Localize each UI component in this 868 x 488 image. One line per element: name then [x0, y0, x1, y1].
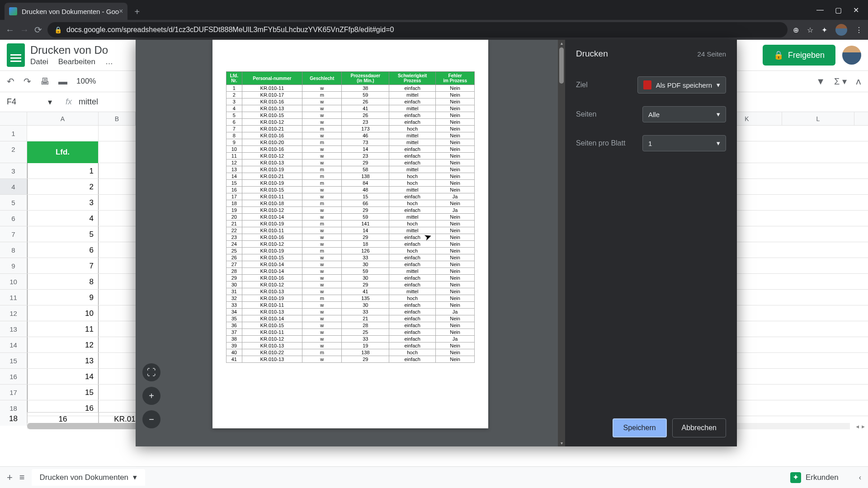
col-header-b[interactable]: B — [99, 112, 136, 125]
preview-table: Lfd.Nr.Personal-nummerGeschlechtProzessd… — [226, 71, 475, 363]
document-title[interactable]: Drucken von Do — [30, 44, 113, 56]
menu-more: … — [105, 57, 113, 66]
cell[interactable] — [27, 126, 99, 141]
close-tab-icon[interactable]: × — [119, 7, 123, 15]
pages-per-sheet-select[interactable]: 1 ▾ — [642, 135, 726, 151]
cell[interactable]: 7 — [27, 258, 99, 273]
add-sheet-button[interactable]: + — [7, 472, 13, 483]
row-header[interactable]: 5 — [0, 195, 27, 210]
col-header-a[interactable]: A — [27, 112, 99, 125]
undo-icon[interactable]: ↶ — [7, 76, 14, 87]
preview-scrollbar[interactable]: ▴ ▾ — [558, 40, 565, 446]
row-header[interactable]: 16 — [0, 369, 27, 384]
row-header[interactable]: 6 — [0, 211, 27, 226]
cell[interactable]: 12 — [27, 337, 99, 352]
row-header[interactable]: 11 — [0, 290, 27, 305]
row-header[interactable]: 1 — [0, 126, 27, 141]
close-window-icon[interactable]: ✕ — [853, 6, 859, 14]
cell[interactable]: Lfd. — [27, 141, 99, 163]
maximize-icon[interactable]: ▢ — [835, 6, 842, 14]
minimize-icon[interactable]: — — [816, 6, 824, 14]
print-icon[interactable]: 🖶 — [40, 76, 49, 87]
row-header[interactable]: 12 — [0, 305, 27, 321]
extensions-icon[interactable]: ✦ — [821, 26, 827, 34]
sheet-tabs-bar: + ≡ Drucken von Dokumenten ▾ ✦ Erkunden … — [0, 466, 868, 488]
lock-icon: 🔒 — [774, 50, 783, 60]
cell[interactable]: 10 — [27, 305, 99, 321]
scroll-right-icon[interactable]: ► — [861, 424, 866, 429]
new-tab-button[interactable]: + — [134, 7, 140, 17]
save-button[interactable]: Speichern — [613, 418, 667, 437]
row-header[interactable]: 2 — [0, 141, 27, 163]
forward-icon: → — [20, 25, 29, 35]
cell[interactable]: 11 — [27, 321, 99, 337]
row-header[interactable]: 7 — [0, 226, 27, 242]
profile-avatar-icon[interactable] — [835, 24, 847, 36]
reload-icon[interactable]: ⟳ — [34, 24, 42, 35]
browser-tab[interactable]: Drucken von Dokumenten - Goo × — [5, 3, 127, 20]
cell[interactable]: 6 — [27, 242, 99, 258]
sidebar-toggle-icon[interactable]: ‹ — [859, 474, 861, 482]
lock-icon: 🔒 — [54, 26, 62, 33]
cell[interactable]: 9 — [27, 290, 99, 305]
pages-select[interactable]: Alle ▾ — [642, 106, 726, 122]
formula-bar[interactable]: mittel — [79, 97, 98, 107]
url-text: docs.google.com/spreadsheets/d/1cz3cDUFS… — [66, 26, 394, 34]
menu-file[interactable]: Datei — [30, 57, 48, 66]
redo-icon[interactable]: ↷ — [24, 76, 31, 87]
menu-edit[interactable]: Bearbeiten — [58, 57, 95, 66]
row-header[interactable]: 10 — [0, 274, 27, 289]
row-header[interactable]: 15 — [0, 353, 27, 368]
name-box[interactable]: F4▾ — [0, 97, 59, 107]
collapse-icon[interactable]: ʌ — [856, 76, 861, 87]
destination-select[interactable]: Als PDF speichern ▾ — [637, 76, 726, 94]
row-header[interactable]: 8 — [0, 242, 27, 258]
explore-icon: ✦ — [790, 472, 801, 483]
sheets-logo-icon[interactable] — [7, 43, 25, 67]
paint-format-icon[interactable]: ▬ — [58, 76, 67, 87]
cell[interactable]: 4 — [27, 211, 99, 226]
pdf-icon — [643, 80, 651, 89]
cell[interactable]: 5 — [27, 226, 99, 242]
cell[interactable]: 3 — [27, 195, 99, 210]
fx-icon: fx — [59, 97, 79, 107]
cell[interactable]: 14 — [27, 369, 99, 384]
cell[interactable]: 2 — [27, 179, 99, 194]
col-header-l[interactable]: L — [782, 112, 854, 125]
filter-icon[interactable]: ▼ — [816, 76, 825, 87]
select-all-corner[interactable] — [0, 112, 27, 125]
all-sheets-icon[interactable]: ≡ — [19, 472, 25, 483]
row-header[interactable]: 9 — [0, 258, 27, 273]
functions-icon[interactable]: Σ ▾ — [834, 76, 847, 87]
scroll-left-icon[interactable]: ◄ — [855, 424, 860, 429]
cell[interactable]: 1 — [27, 163, 99, 178]
row-header[interactable]: 14 — [0, 337, 27, 352]
cell[interactable]: 8 — [27, 274, 99, 289]
chevron-down-icon[interactable]: ▾ — [133, 473, 137, 482]
star-icon[interactable]: ☆ — [807, 26, 813, 34]
sheet-tab[interactable]: Drucken von Dokumenten ▾ — [32, 469, 146, 486]
url-input[interactable]: 🔒 docs.google.com/spreadsheets/d/1cz3cDU… — [47, 22, 788, 38]
row-header[interactable]: 17 — [0, 385, 27, 400]
zoom-icon[interactable]: ⊕ — [793, 26, 799, 34]
menu-icon[interactable]: ⋮ — [855, 26, 863, 34]
user-avatar-icon[interactable] — [842, 46, 861, 65]
pages-per-sheet-label: Seiten pro Blatt — [576, 139, 625, 147]
cell[interactable]: 15 — [27, 385, 99, 400]
scroll-up-icon[interactable]: ▴ — [558, 40, 565, 47]
row-header[interactable]: 13 — [0, 321, 27, 337]
zoom-out-icon[interactable]: − — [142, 410, 160, 428]
scroll-down-icon[interactable]: ▾ — [558, 440, 565, 446]
share-button[interactable]: 🔒 Freigeben — [763, 45, 835, 66]
cancel-button[interactable]: Abbrechen — [672, 418, 726, 437]
row-header[interactable]: 4 — [0, 179, 27, 194]
zoom-level[interactable]: 100% — [76, 77, 96, 86]
chevron-down-icon: ▾ — [48, 97, 52, 107]
back-icon[interactable]: ← — [5, 25, 14, 35]
explore-button[interactable]: ✦ Erkunden — [783, 469, 845, 487]
zoom-in-icon[interactable]: + — [142, 387, 160, 405]
print-preview-pane[interactable]: Lfd.Nr.Personal-nummerGeschlechtProzessd… — [136, 40, 565, 446]
cell[interactable]: 13 — [27, 353, 99, 368]
fit-page-icon[interactable]: ⛶ — [142, 363, 160, 381]
row-header[interactable]: 3 — [0, 163, 27, 178]
